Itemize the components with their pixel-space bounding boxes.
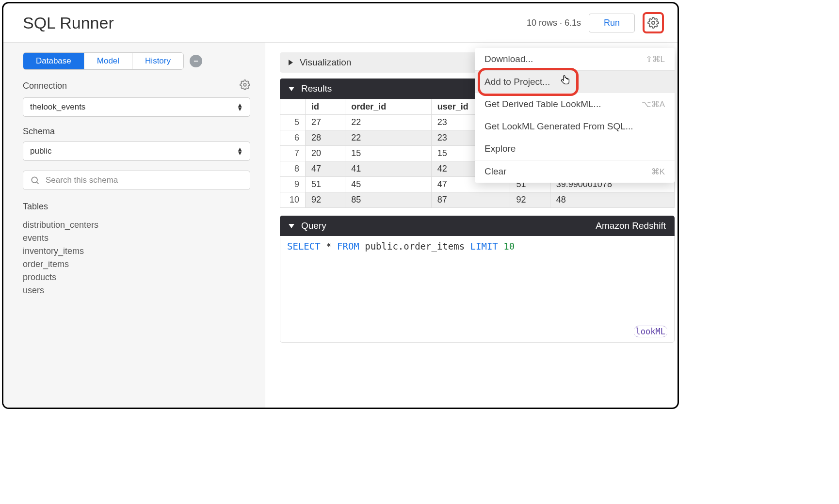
visualization-label: Visualization	[300, 57, 351, 68]
sort-icon: ▲▼	[237, 103, 243, 111]
cell: 87	[431, 192, 510, 208]
settings-gear-button[interactable]	[643, 12, 664, 33]
rownum: 7	[280, 146, 306, 161]
dropdown-add-to-project[interactable]: Add to Project...	[475, 71, 675, 93]
schema-search-input[interactable]: Search this schema	[23, 171, 250, 190]
table-item[interactable]: products	[23, 271, 250, 284]
connection-label: Connection	[23, 81, 67, 91]
dropdown-label: Download...	[484, 54, 533, 64]
svg-line-4	[37, 182, 39, 184]
tab-model[interactable]: Model	[84, 53, 132, 69]
header-bar: SQL Runner 10 rows · 6.1s Run	[3, 3, 678, 43]
page-title: SQL Runner	[23, 14, 114, 32]
sql-token: public.order_items	[365, 241, 465, 252]
settings-dropdown: Download... ⇧⌘L Add to Project... Get De…	[475, 48, 675, 183]
table-item[interactable]: users	[23, 284, 250, 297]
sidebar: Database Model History Connection	[3, 43, 265, 408]
schema-label: Schema	[23, 126, 250, 137]
table-item[interactable]: events	[23, 232, 250, 245]
schema-select[interactable]: public ▲▼	[23, 142, 250, 161]
table-item[interactable]: order_items	[23, 258, 250, 271]
cell: 51	[306, 177, 345, 192]
connection-label-row: Connection	[23, 79, 250, 93]
query-engine-label: Amazon Redshift	[596, 220, 666, 231]
schema-value: public	[30, 146, 51, 156]
dropdown-lookml-from-sql[interactable]: Get LookML Generated From SQL...	[475, 115, 675, 138]
dropdown-explore[interactable]: Explore	[475, 138, 675, 160]
chevron-right-icon	[289, 60, 293, 65]
query-panel-header[interactable]: Query Amazon Redshift	[280, 216, 675, 236]
shortcut-text: ⇧⌘L	[645, 54, 665, 64]
gear-icon	[647, 17, 659, 29]
rownum: 6	[280, 130, 306, 146]
table-item[interactable]: distribution_centers	[23, 219, 250, 232]
cell: 92	[306, 192, 345, 208]
run-button[interactable]: Run	[589, 14, 635, 32]
dropdown-derived-table[interactable]: Get Derived Table LookML... ⌥⌘A	[475, 93, 675, 115]
nav-tabs: Database Model History	[23, 52, 184, 70]
dropdown-label: Get Derived Table LookML...	[484, 99, 601, 110]
sql-runner-window: SQL Runner 10 rows · 6.1s Run Database M…	[2, 2, 679, 409]
shortcut-text: ⌘K	[651, 167, 665, 177]
rownum: 10	[280, 192, 306, 208]
svg-point-2	[243, 83, 246, 86]
nav-row: Database Model History	[23, 52, 250, 70]
dropdown-label: Get LookML Generated From SQL...	[484, 121, 633, 132]
tables-list: distribution_centers events inventory_it…	[23, 219, 250, 297]
connection-value: thelook_events	[30, 102, 85, 112]
cell: 45	[345, 177, 431, 192]
minus-icon	[193, 58, 199, 64]
sort-icon: ▲▼	[237, 147, 243, 155]
sql-token: *	[326, 241, 331, 252]
cell: 22	[345, 130, 431, 146]
gear-icon	[240, 79, 250, 90]
dropdown-label: Clear	[484, 166, 506, 177]
table-row: 10 92 85 87 92 48	[280, 192, 675, 208]
cell: 20	[306, 146, 345, 161]
collapse-sidebar-button[interactable]	[190, 55, 202, 67]
col-header[interactable]: order_id	[345, 99, 431, 115]
sql-number: 10	[503, 241, 515, 252]
cell: 47	[306, 161, 345, 177]
tab-database[interactable]: Database	[23, 53, 84, 69]
chevron-down-icon	[289, 224, 294, 228]
cell: 41	[345, 161, 431, 177]
shortcut-text: ⌥⌘A	[642, 99, 665, 110]
dropdown-download[interactable]: Download... ⇧⌘L	[475, 48, 675, 70]
cell: 85	[345, 192, 431, 208]
query-editor[interactable]: SELECT * FROM public.order_items LIMIT 1…	[280, 236, 675, 343]
dropdown-label: Add to Project...	[484, 77, 550, 87]
cell: 48	[550, 192, 674, 208]
col-header[interactable]: id	[306, 99, 345, 115]
results-label: Results	[301, 83, 332, 94]
status-text: 10 rows · 6.1s	[527, 18, 581, 28]
cursor-hand-icon	[560, 75, 571, 90]
chevron-down-icon	[289, 87, 294, 91]
sql-keyword: LIMIT	[470, 241, 498, 252]
header-actions: 10 rows · 6.1s Run	[527, 12, 664, 33]
tables-heading: Tables	[23, 202, 250, 212]
cell: 22	[345, 115, 431, 130]
cell: 92	[510, 192, 550, 208]
dropdown-clear[interactable]: Clear ⌘K	[475, 160, 675, 183]
lookml-logo: lookML	[634, 326, 667, 337]
rownum: 9	[280, 177, 306, 192]
rownum: 5	[280, 115, 306, 130]
dropdown-item-wrapper: Add to Project...	[475, 71, 675, 93]
cell: 28	[306, 130, 345, 146]
cell: 15	[345, 146, 431, 161]
sql-keyword: FROM	[337, 241, 359, 252]
sql-keyword: SELECT	[287, 241, 321, 252]
connection-select[interactable]: thelook_events ▲▼	[23, 97, 250, 117]
tab-history[interactable]: History	[132, 53, 183, 69]
connection-settings-button[interactable]	[240, 79, 250, 93]
dropdown-label: Explore	[484, 143, 516, 154]
rownum-header	[280, 99, 306, 115]
svg-point-3	[32, 177, 37, 183]
svg-point-0	[652, 21, 655, 24]
search-placeholder: Search this schema	[46, 175, 118, 185]
query-label: Query	[301, 220, 326, 231]
table-item[interactable]: inventory_items	[23, 245, 250, 258]
search-icon	[30, 175, 40, 185]
rownum: 8	[280, 161, 306, 177]
